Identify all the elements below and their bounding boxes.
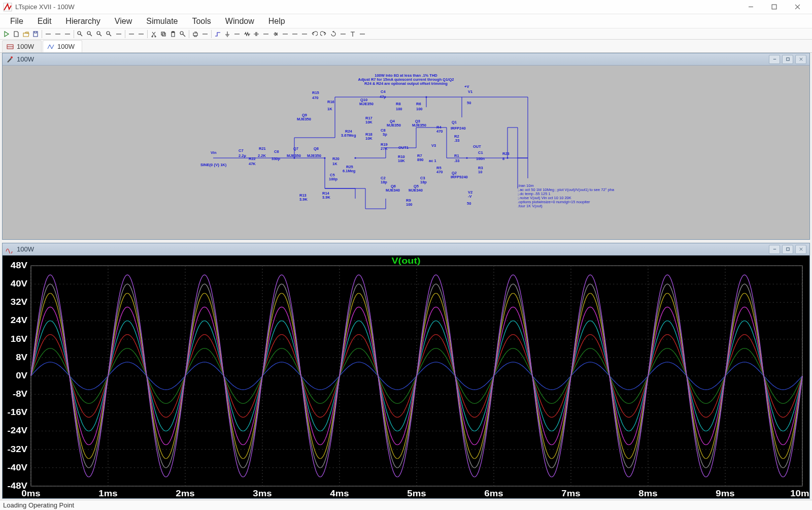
schem-label-V3: V3 bbox=[431, 143, 436, 148]
x-tick: 7ms bbox=[561, 489, 580, 498]
capacitor-icon[interactable] bbox=[252, 29, 261, 38]
component-icon[interactable] bbox=[281, 29, 290, 38]
new-icon[interactable] bbox=[12, 29, 21, 38]
autorange-icon[interactable] bbox=[114, 29, 123, 38]
resistor-icon[interactable] bbox=[242, 29, 251, 38]
menu-help[interactable]: Help bbox=[261, 14, 292, 28]
zoom-out-icon[interactable] bbox=[85, 29, 94, 38]
schem-label-C4v: 47µ bbox=[380, 94, 386, 99]
marker-icon[interactable] bbox=[63, 29, 72, 38]
waveform-plot[interactable]: V(out)48V40V32V24V16V8V0V-8V-16V-24V-32V… bbox=[3, 256, 809, 498]
menu-view[interactable]: View bbox=[108, 14, 139, 28]
open-icon[interactable] bbox=[21, 29, 30, 38]
minimize-button[interactable] bbox=[739, 0, 762, 14]
schem-label-R10v: 10K bbox=[398, 158, 405, 163]
pick-icon[interactable] bbox=[53, 29, 62, 38]
x-tick: 1ms bbox=[98, 489, 117, 498]
svg-point-21 bbox=[466, 157, 468, 159]
cut-icon[interactable] bbox=[149, 29, 158, 38]
pane-close-button[interactable] bbox=[795, 55, 806, 64]
setup-icon[interactable] bbox=[200, 29, 210, 38]
undo-icon[interactable] bbox=[310, 29, 319, 38]
diode-icon[interactable] bbox=[271, 29, 280, 38]
save-icon[interactable] bbox=[31, 29, 40, 38]
schem-label-C1v: 100n bbox=[476, 156, 485, 161]
schem-label-R9v: 100 bbox=[406, 202, 413, 207]
find-icon[interactable] bbox=[178, 29, 187, 38]
maximize-button[interactable] bbox=[762, 0, 786, 14]
pane-close-button[interactable] bbox=[795, 245, 806, 254]
inductor-icon[interactable] bbox=[261, 29, 270, 38]
schem-label-Q2m: IRFP9240 bbox=[451, 175, 468, 179]
spice-icon[interactable] bbox=[358, 29, 367, 38]
menu-window[interactable]: Window bbox=[218, 14, 261, 28]
redo-icon[interactable] bbox=[319, 29, 328, 38]
print-icon[interactable] bbox=[191, 29, 200, 38]
zoom-area-icon[interactable] bbox=[105, 29, 114, 38]
pane-minimize-button[interactable] bbox=[769, 245, 780, 254]
status-text: Loading Operating Point bbox=[3, 501, 74, 509]
schem-label-C8v: 3p bbox=[383, 132, 387, 137]
schem-label-V1: +V bbox=[464, 84, 469, 89]
schematic-pane-header[interactable]: 100W bbox=[3, 53, 809, 66]
schematic-canvas[interactable]: 100W Into 8Ω at less than .1% THD Adjust… bbox=[3, 66, 809, 239]
schem-label-Q10m: MJE350 bbox=[359, 102, 374, 106]
pane-maximize-button[interactable] bbox=[782, 55, 793, 64]
schem-label-V2v: 50 bbox=[467, 201, 471, 206]
rotate-icon[interactable] bbox=[329, 29, 338, 38]
zoom-fit-icon[interactable] bbox=[95, 29, 104, 38]
schem-label-R16v: 1K bbox=[327, 107, 332, 111]
pane-minimize-button[interactable] bbox=[769, 55, 780, 64]
y-tick: 16V bbox=[11, 334, 28, 343]
menu-edit[interactable]: Edit bbox=[30, 14, 59, 28]
y-tick: -24V bbox=[8, 426, 28, 435]
waveform-pane-header[interactable]: 100W bbox=[3, 243, 809, 256]
schem-label-R18v: 10K bbox=[365, 136, 373, 141]
text-icon[interactable] bbox=[348, 29, 357, 38]
y-tick: 48V bbox=[11, 261, 28, 270]
menu-simulate[interactable]: Simulate bbox=[139, 14, 185, 28]
probe-icon[interactable] bbox=[44, 29, 53, 38]
copy-icon[interactable] bbox=[159, 29, 168, 38]
schem-label-R14v: 3.9K bbox=[322, 195, 330, 200]
schem-label-Q7m: MJE350 bbox=[287, 153, 301, 158]
menu-tools[interactable]: Tools bbox=[185, 14, 218, 28]
plot-trace-label[interactable]: V(out) bbox=[391, 256, 420, 265]
move-icon[interactable] bbox=[290, 29, 299, 38]
schem-label-C7v: 2.2µ bbox=[239, 153, 246, 158]
schem-label-R24v: 3.67Meg bbox=[341, 133, 356, 138]
wire-icon[interactable] bbox=[213, 29, 222, 38]
schem-label-R2v: .33 bbox=[454, 138, 459, 143]
label-icon[interactable] bbox=[232, 29, 242, 38]
tab-schematic[interactable]: 100W bbox=[2, 40, 42, 52]
tile-vert-icon[interactable] bbox=[137, 29, 146, 38]
mirror-icon[interactable] bbox=[339, 29, 348, 38]
x-tick: 3ms bbox=[253, 489, 272, 498]
pane-maximize-button[interactable] bbox=[782, 245, 793, 254]
schem-label-R7v: 890 bbox=[417, 157, 424, 162]
schem-label-Q6m: MJE340 bbox=[386, 188, 400, 193]
x-tick: 4ms bbox=[330, 489, 349, 498]
menu-file[interactable]: File bbox=[3, 14, 30, 28]
schem-label-OUT: OUT bbox=[473, 144, 481, 149]
close-button[interactable] bbox=[786, 0, 809, 14]
schematic-icon bbox=[7, 43, 14, 50]
svg-text:.four 1K V(out): .four 1K V(out) bbox=[518, 204, 543, 208]
schem-label-R16: R16 bbox=[327, 100, 334, 104]
tile-horiz-icon[interactable] bbox=[127, 29, 136, 38]
schem-label-V3v: ac 1 bbox=[429, 158, 436, 163]
zoom-in-icon[interactable] bbox=[76, 29, 85, 38]
waveform-pane-title: 100W bbox=[17, 245, 34, 253]
paste-icon[interactable] bbox=[168, 29, 178, 38]
schem-label-R22v: 47K bbox=[249, 162, 256, 166]
x-tick: 8ms bbox=[638, 489, 657, 498]
drag-icon[interactable] bbox=[300, 29, 309, 38]
y-tick: 40V bbox=[11, 279, 28, 288]
menu-hierarchy[interactable]: Hierarchy bbox=[58, 14, 107, 28]
x-tick: 6ms bbox=[484, 489, 503, 498]
schem-label-V1v: 50 bbox=[467, 101, 471, 105]
run-icon[interactable] bbox=[2, 29, 11, 38]
tab-waveform[interactable]: 100W bbox=[43, 40, 82, 52]
schem-label-C6: C6 bbox=[274, 149, 279, 154]
ground-icon[interactable] bbox=[223, 29, 232, 38]
